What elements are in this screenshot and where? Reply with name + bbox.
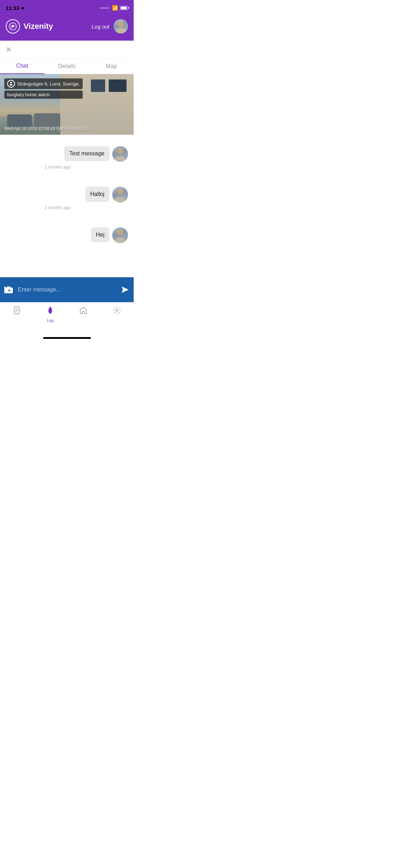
chat-area: Test message 2 months ago Halloj 2 month… — [0, 135, 134, 277]
logout-button[interactable]: Log out — [92, 24, 109, 30]
tab-map[interactable]: Map — [89, 59, 134, 74]
message-row: Test message — [6, 140, 128, 162]
status-time: 11:33 — [6, 5, 19, 11]
app-logo — [6, 19, 20, 33]
logbook-icon — [12, 306, 21, 317]
header-right: Log out — [92, 19, 128, 33]
wifi-icon: 📶 — [112, 5, 118, 11]
tab-bar: Chat Details Map — [0, 58, 134, 74]
svg-point-12 — [116, 309, 118, 311]
tab-details[interactable]: Details — [45, 59, 89, 74]
alert-type-badge: burglary home alarm — [4, 91, 83, 99]
avatar — [112, 227, 128, 243]
avatar — [112, 146, 128, 162]
svg-point-2 — [10, 82, 12, 84]
message-row: Halloj — [6, 181, 128, 202]
nav-item-home[interactable] — [67, 306, 101, 317]
nav-item-logbook[interactable] — [0, 306, 34, 317]
user-avatar[interactable] — [114, 19, 128, 33]
svg-marker-5 — [122, 286, 129, 293]
status-icons: 📶 — [101, 5, 128, 11]
alert-timestamp: Wed Apr 18 2018 22:08:43 GMT+0200 (CEST) — [4, 126, 93, 131]
message-input[interactable] — [18, 286, 117, 293]
nav-item-log[interactable]: Log — [34, 306, 67, 322]
message-time: 2 months ago — [6, 165, 128, 170]
avatar — [112, 187, 128, 202]
bottom-nav: Log — [0, 302, 134, 332]
message-bubble: Halloj — [85, 187, 109, 202]
message-bubble: Hej — [91, 227, 109, 242]
home-icon — [79, 306, 88, 317]
signal-icon — [101, 7, 110, 9]
message-time: 2 months ago — [6, 205, 128, 210]
send-button[interactable] — [121, 286, 129, 294]
plus-sign: + — [4, 285, 6, 290]
close-button[interactable]: ✕ — [6, 46, 12, 53]
input-bar: + — [0, 277, 134, 302]
nav-item-settings[interactable] — [100, 306, 134, 317]
location-arrow-icon: ◀ — [21, 6, 24, 10]
app-header: Vizenity Log out — [0, 16, 134, 41]
log-bell-icon — [46, 306, 55, 317]
home-bar — [43, 337, 91, 339]
message-row: Hej — [6, 222, 128, 243]
app-title: Vizenity — [24, 22, 53, 31]
camera-button[interactable]: + — [4, 285, 14, 294]
status-bar: 11:33 ◀ 📶 — [0, 0, 134, 16]
svg-rect-10 — [49, 312, 51, 314]
alert-image: Strängvägen 6, Lund, Sverige, burglary h… — [0, 74, 134, 135]
log-label: Log — [47, 318, 53, 322]
header-left: Vizenity — [6, 19, 53, 33]
alert-overlay: Strängvägen 6, Lund, Sverige, burglary h… — [4, 78, 83, 99]
tab-chat[interactable]: Chat — [0, 58, 45, 74]
home-indicator — [0, 332, 134, 344]
alert-type-icon — [7, 80, 15, 88]
settings-icon — [113, 306, 121, 317]
battery-icon — [120, 6, 128, 10]
close-bar: ✕ — [0, 41, 134, 58]
svg-point-11 — [50, 307, 51, 308]
message-bubble: Test message — [64, 146, 109, 161]
alert-address-badge: Strängvägen 6, Lund, Sverige, — [4, 78, 83, 89]
